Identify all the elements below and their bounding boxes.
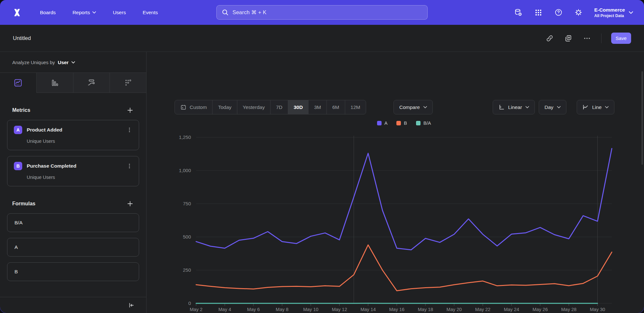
mixpanel-logo-icon[interactable] [11,6,23,19]
x-tick-label: May 6 [247,307,260,312]
range-label: 12M [351,104,360,110]
date-range-control: CustomTodayYesterday7D30D3M6M12M [175,100,366,114]
collapse-sidebar-icon[interactable] [128,302,135,308]
tab-insights[interactable] [0,73,36,93]
chart-type-dropdown[interactable]: Line [577,100,614,114]
mixpanel-app: BoardsReportsUsersEvents Search ⌘ + K [0,0,644,313]
range-label: Today [218,104,231,110]
apps-grid-icon[interactable] [534,8,543,17]
metrics-list: AProduct AddedUnique UsersBPurchase Comp… [7,120,139,186]
chevron-down-icon [526,106,529,108]
add-metric-button[interactable] [126,106,134,114]
nav-item-events[interactable]: Events [143,10,158,15]
range-12m[interactable]: 12M [345,100,366,114]
chevron-down-icon [605,106,609,108]
metric-measure[interactable]: Unique Users [27,139,132,144]
metrics-heading: Metrics [12,107,30,113]
formula-expression: B/A [14,220,23,225]
y-tick-label: 1,250 [179,134,191,140]
range-label: Yesterday [243,104,265,110]
range-today[interactable]: Today [213,100,237,114]
analyze-by-value: User [58,60,69,65]
analyze-by-row[interactable]: Analyze Uniques by User [0,52,146,73]
metric-menu-icon[interactable] [127,127,132,133]
range-yesterday[interactable]: Yesterday [237,100,270,114]
line-chart[interactable]: 02505007501,0001,250May 2May 4May 6May 8… [147,116,644,313]
x-tick-label: May 20 [447,307,462,312]
compare-dropdown[interactable]: Compare [393,100,433,114]
tab-retention[interactable] [109,73,146,93]
chevron-down-icon [423,106,427,108]
data-management-icon[interactable] [514,8,523,17]
more-options-icon[interactable] [582,34,592,43]
report-title[interactable]: Untitled [13,35,31,41]
tab-bars[interactable] [36,73,73,93]
main-panel: Untitled [0,25,644,313]
x-tick-label: May 24 [504,307,519,312]
formula-card-b-a[interactable]: B/A [7,213,139,232]
metric-letter-badge: B [14,162,22,170]
nav-item-reports[interactable]: Reports [72,10,96,15]
y-tick-label: 0 [188,300,191,306]
chevron-down-icon [92,11,96,14]
y-tick-label: 1,000 [179,168,191,173]
primary-nav: BoardsReportsUsersEvents [40,10,158,15]
project-switcher[interactable]: E-Commerce All Project Data [594,7,633,18]
x-tick-label: May 26 [533,307,548,312]
interval-label: Day [545,104,554,110]
series-line-b[interactable] [196,245,612,291]
x-tick-label: May 12 [332,307,347,312]
metric-card-b[interactable]: BPurchase CompletedUnique Users [7,156,139,186]
nav-label: Events [143,10,158,15]
range-label: 7D [276,104,282,110]
formulas-heading: Formulas [12,201,35,207]
copy-link-icon[interactable] [545,34,554,43]
scale-dropdown[interactable]: Linear [493,100,535,114]
metric-card-a[interactable]: AProduct AddedUnique Users [7,120,139,150]
formula-card-a[interactable]: A [7,238,139,257]
nav-item-users[interactable]: Users [113,10,126,15]
metric-menu-button[interactable] [127,163,132,169]
metric-menu-button[interactable] [127,127,132,133]
x-tick-label: May 14 [360,307,376,312]
range-6m[interactable]: 6M [327,100,345,114]
chevron-down-icon [629,11,633,14]
nav-label: Users [113,10,126,15]
formula-expression: B [14,269,18,274]
metric-measure[interactable]: Unique Users [27,175,132,180]
nav-item-boards[interactable]: Boards [40,10,56,15]
settings-gear-icon[interactable] [574,8,582,17]
chart-area: CustomTodayYesterday7D30D3M6M12M Compare… [147,52,644,313]
scrollbar[interactable] [641,71,643,165]
help-icon[interactable] [554,8,563,17]
report-title-bar: Untitled [0,25,644,52]
interval-dropdown[interactable]: Day [539,100,566,114]
query-builder-sidebar: Analyze Uniques by User Metrics AProduct… [0,52,147,313]
range-custom[interactable]: Custom [175,100,213,114]
formulas-list: B/AAB [7,213,139,281]
x-tick-label: May 2 [190,307,203,312]
line-chart-icon [14,79,22,87]
range-30d[interactable]: 30D [288,100,308,114]
save-button[interactable]: Save [611,33,631,44]
tab-flows[interactable] [73,73,110,93]
range-label: 30D [294,104,303,110]
metrics-header: Metrics [12,106,134,114]
metric-event-name: Product Added [27,127,62,133]
scale-label: Linear [508,104,522,110]
duplicate-icon[interactable] [564,34,573,43]
calendar-icon [180,104,186,110]
search-input[interactable]: Search ⌘ + K [216,5,428,20]
header-utilities: E-Commerce All Project Data [514,7,633,18]
range-3m[interactable]: 3M [308,100,327,114]
analyze-by-label: Analyze Uniques by [12,60,55,65]
x-tick-label: May 16 [389,307,404,312]
add-formula-button[interactable] [126,200,134,208]
x-tick-label: May 4 [218,307,231,312]
series-line-a[interactable] [196,149,612,250]
formula-expression: A [14,244,18,250]
formula-card-b[interactable]: B [7,262,139,281]
metric-event-name: Purchase Completed [27,163,76,169]
metric-menu-icon[interactable] [127,163,132,169]
range-7d[interactable]: 7D [270,100,288,114]
